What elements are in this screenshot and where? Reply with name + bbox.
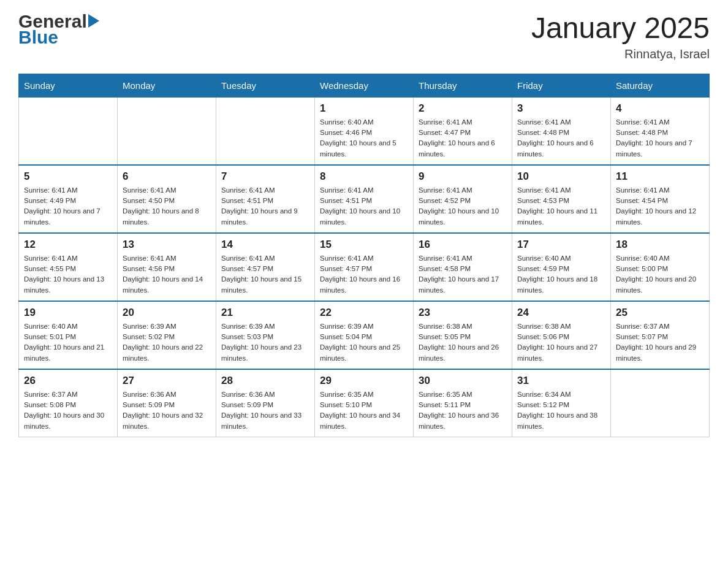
day-info: Sunrise: 6:41 AM Sunset: 4:51 PM Dayligh… bbox=[221, 185, 309, 228]
day-info: Sunrise: 6:41 AM Sunset: 4:58 PM Dayligh… bbox=[419, 253, 507, 296]
day-number: 10 bbox=[517, 170, 605, 183]
calendar-cell: 25Sunrise: 6:37 AM Sunset: 5:07 PM Dayli… bbox=[611, 301, 710, 369]
day-info: Sunrise: 6:41 AM Sunset: 4:53 PM Dayligh… bbox=[517, 185, 605, 228]
calendar-cell: 17Sunrise: 6:40 AM Sunset: 4:59 PM Dayli… bbox=[512, 233, 611, 301]
day-info: Sunrise: 6:38 AM Sunset: 5:05 PM Dayligh… bbox=[419, 321, 507, 364]
calendar-cell: 2Sunrise: 6:41 AM Sunset: 4:47 PM Daylig… bbox=[414, 97, 512, 165]
title-section: January 2025 Rinnatya, Israel bbox=[531, 12, 710, 61]
calendar-cell: 20Sunrise: 6:39 AM Sunset: 5:02 PM Dayli… bbox=[118, 301, 216, 369]
calendar-cell: 8Sunrise: 6:41 AM Sunset: 4:51 PM Daylig… bbox=[315, 165, 414, 233]
day-number: 5 bbox=[24, 170, 112, 183]
calendar-weekday-monday: Monday bbox=[118, 74, 216, 97]
day-number: 28 bbox=[221, 375, 309, 387]
day-info: Sunrise: 6:37 AM Sunset: 5:07 PM Dayligh… bbox=[616, 321, 704, 364]
day-number: 7 bbox=[221, 170, 309, 183]
calendar-cell: 26Sunrise: 6:37 AM Sunset: 5:08 PM Dayli… bbox=[19, 369, 118, 437]
day-number: 23 bbox=[419, 307, 507, 319]
day-number: 29 bbox=[320, 375, 408, 387]
calendar-cell: 6Sunrise: 6:41 AM Sunset: 4:50 PM Daylig… bbox=[118, 165, 216, 233]
day-info: Sunrise: 6:34 AM Sunset: 5:12 PM Dayligh… bbox=[517, 389, 605, 432]
day-number: 17 bbox=[517, 239, 605, 251]
day-info: Sunrise: 6:41 AM Sunset: 4:49 PM Dayligh… bbox=[24, 185, 112, 228]
day-info: Sunrise: 6:41 AM Sunset: 4:52 PM Dayligh… bbox=[419, 185, 507, 228]
calendar-cell: 4Sunrise: 6:41 AM Sunset: 4:48 PM Daylig… bbox=[611, 97, 710, 165]
calendar-cell: 19Sunrise: 6:40 AM Sunset: 5:01 PM Dayli… bbox=[19, 301, 118, 369]
calendar-weekday-friday: Friday bbox=[512, 74, 611, 97]
day-number: 11 bbox=[616, 170, 704, 183]
day-info: Sunrise: 6:36 AM Sunset: 5:09 PM Dayligh… bbox=[221, 389, 309, 432]
day-number: 21 bbox=[221, 307, 309, 319]
day-info: Sunrise: 6:39 AM Sunset: 5:03 PM Dayligh… bbox=[221, 321, 309, 364]
day-info: Sunrise: 6:39 AM Sunset: 5:04 PM Dayligh… bbox=[320, 321, 408, 364]
calendar-cell: 9Sunrise: 6:41 AM Sunset: 4:52 PM Daylig… bbox=[414, 165, 512, 233]
day-number: 25 bbox=[616, 307, 704, 319]
day-number: 26 bbox=[24, 375, 112, 387]
calendar-week-row: 5Sunrise: 6:41 AM Sunset: 4:49 PM Daylig… bbox=[19, 165, 710, 233]
day-info: Sunrise: 6:41 AM Sunset: 4:54 PM Dayligh… bbox=[616, 185, 704, 228]
day-info: Sunrise: 6:41 AM Sunset: 4:57 PM Dayligh… bbox=[320, 253, 408, 296]
day-info: Sunrise: 6:35 AM Sunset: 5:10 PM Dayligh… bbox=[320, 389, 408, 432]
calendar-weekday-wednesday: Wednesday bbox=[315, 74, 414, 97]
day-number: 31 bbox=[517, 375, 605, 387]
calendar-cell: 14Sunrise: 6:41 AM Sunset: 4:57 PM Dayli… bbox=[216, 233, 315, 301]
calendar-cell bbox=[611, 369, 710, 437]
day-number: 20 bbox=[123, 307, 211, 319]
calendar-cell: 29Sunrise: 6:35 AM Sunset: 5:10 PM Dayli… bbox=[315, 369, 414, 437]
calendar-week-row: 12Sunrise: 6:41 AM Sunset: 4:55 PM Dayli… bbox=[19, 233, 710, 301]
calendar-cell: 1Sunrise: 6:40 AM Sunset: 4:46 PM Daylig… bbox=[315, 97, 414, 165]
calendar-weekday-thursday: Thursday bbox=[414, 74, 512, 97]
day-number: 19 bbox=[24, 307, 112, 319]
calendar-cell: 21Sunrise: 6:39 AM Sunset: 5:03 PM Dayli… bbox=[216, 301, 315, 369]
day-info: Sunrise: 6:41 AM Sunset: 4:51 PM Dayligh… bbox=[320, 185, 408, 228]
calendar-cell: 27Sunrise: 6:36 AM Sunset: 5:09 PM Dayli… bbox=[118, 369, 216, 437]
day-info: Sunrise: 6:40 AM Sunset: 5:01 PM Dayligh… bbox=[24, 321, 112, 364]
calendar-week-row: 1Sunrise: 6:40 AM Sunset: 4:46 PM Daylig… bbox=[19, 97, 710, 165]
calendar-cell: 18Sunrise: 6:40 AM Sunset: 5:00 PM Dayli… bbox=[611, 233, 710, 301]
day-info: Sunrise: 6:41 AM Sunset: 4:55 PM Dayligh… bbox=[24, 253, 112, 296]
day-number: 8 bbox=[320, 170, 408, 183]
day-info: Sunrise: 6:41 AM Sunset: 4:56 PM Dayligh… bbox=[123, 253, 211, 296]
logo: General Blue bbox=[18, 12, 99, 47]
main-title: January 2025 bbox=[531, 12, 710, 45]
calendar-header-row: SundayMondayTuesdayWednesdayThursdayFrid… bbox=[19, 74, 710, 97]
day-info: Sunrise: 6:41 AM Sunset: 4:47 PM Dayligh… bbox=[419, 117, 507, 159]
calendar-cell bbox=[216, 97, 315, 165]
day-info: Sunrise: 6:41 AM Sunset: 4:48 PM Dayligh… bbox=[616, 117, 704, 159]
calendar-cell: 7Sunrise: 6:41 AM Sunset: 4:51 PM Daylig… bbox=[216, 165, 315, 233]
calendar-weekday-tuesday: Tuesday bbox=[216, 74, 315, 97]
day-info: Sunrise: 6:37 AM Sunset: 5:08 PM Dayligh… bbox=[24, 389, 112, 432]
calendar-cell: 11Sunrise: 6:41 AM Sunset: 4:54 PM Dayli… bbox=[611, 165, 710, 233]
calendar-cell bbox=[19, 97, 118, 165]
day-number: 9 bbox=[419, 170, 507, 183]
calendar-cell: 23Sunrise: 6:38 AM Sunset: 5:05 PM Dayli… bbox=[414, 301, 512, 369]
calendar-cell: 13Sunrise: 6:41 AM Sunset: 4:56 PM Dayli… bbox=[118, 233, 216, 301]
day-info: Sunrise: 6:38 AM Sunset: 5:06 PM Dayligh… bbox=[517, 321, 605, 364]
day-info: Sunrise: 6:36 AM Sunset: 5:09 PM Dayligh… bbox=[123, 389, 211, 432]
day-number: 30 bbox=[419, 375, 507, 387]
calendar-cell: 15Sunrise: 6:41 AM Sunset: 4:57 PM Dayli… bbox=[315, 233, 414, 301]
day-number: 16 bbox=[419, 239, 507, 251]
day-info: Sunrise: 6:40 AM Sunset: 4:59 PM Dayligh… bbox=[517, 253, 605, 296]
day-info: Sunrise: 6:40 AM Sunset: 4:46 PM Dayligh… bbox=[320, 117, 408, 159]
day-info: Sunrise: 6:41 AM Sunset: 4:57 PM Dayligh… bbox=[221, 253, 309, 296]
svg-marker-0 bbox=[88, 14, 99, 28]
day-number: 27 bbox=[123, 375, 211, 387]
calendar-cell: 22Sunrise: 6:39 AM Sunset: 5:04 PM Dayli… bbox=[315, 301, 414, 369]
calendar-cell: 12Sunrise: 6:41 AM Sunset: 4:55 PM Dayli… bbox=[19, 233, 118, 301]
calendar-table: SundayMondayTuesdayWednesdayThursdayFrid… bbox=[18, 74, 710, 437]
calendar-weekday-sunday: Sunday bbox=[19, 74, 118, 97]
subtitle: Rinnatya, Israel bbox=[531, 47, 710, 61]
day-number: 3 bbox=[517, 102, 605, 115]
day-info: Sunrise: 6:41 AM Sunset: 4:48 PM Dayligh… bbox=[517, 117, 605, 159]
day-number: 4 bbox=[616, 102, 704, 115]
day-info: Sunrise: 6:39 AM Sunset: 5:02 PM Dayligh… bbox=[123, 321, 211, 364]
day-number: 24 bbox=[517, 307, 605, 319]
day-number: 1 bbox=[320, 102, 408, 115]
day-number: 18 bbox=[616, 239, 704, 251]
day-number: 15 bbox=[320, 239, 408, 251]
day-info: Sunrise: 6:35 AM Sunset: 5:11 PM Dayligh… bbox=[419, 389, 507, 432]
day-info: Sunrise: 6:41 AM Sunset: 4:50 PM Dayligh… bbox=[123, 185, 211, 228]
logo-blue-text: Blue bbox=[18, 28, 99, 47]
calendar-cell: 24Sunrise: 6:38 AM Sunset: 5:06 PM Dayli… bbox=[512, 301, 611, 369]
calendar-cell: 5Sunrise: 6:41 AM Sunset: 4:49 PM Daylig… bbox=[19, 165, 118, 233]
